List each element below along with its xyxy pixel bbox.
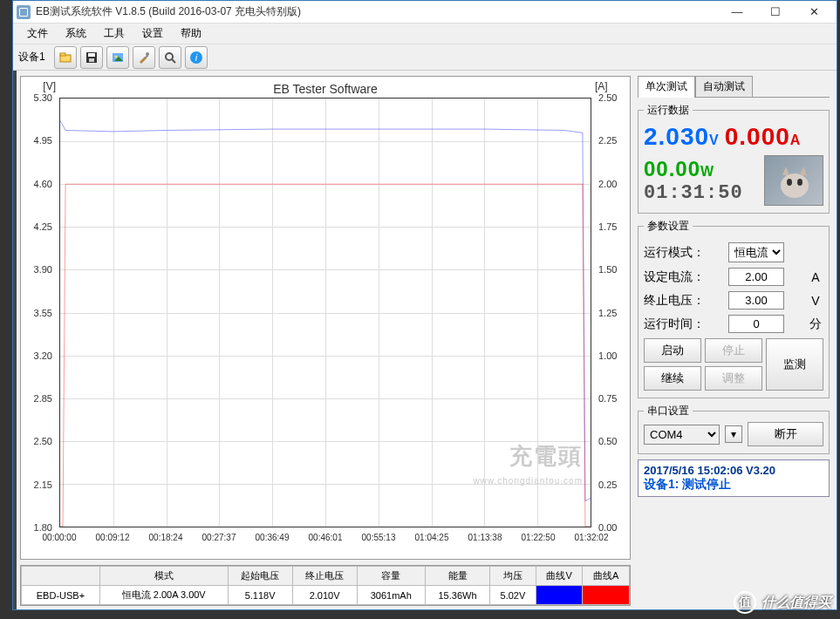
port-select[interactable]: COM4 [644, 425, 720, 445]
save-button[interactable] [80, 46, 103, 69]
info-button[interactable]: i [185, 46, 208, 69]
titlebar: EB测试系统软件 V1.8.5 (Build 2016-03-07 充电头特别版… [13, 1, 837, 24]
voltage-readout: 2.030V [644, 123, 720, 152]
serial-group: 串口设置 COM4 ▾ 断开 [638, 404, 830, 454]
svg-point-16 [797, 179, 802, 186]
table-header: 模式 [99, 567, 228, 586]
svg-rect-4 [89, 58, 94, 62]
stop-button[interactable]: 停止 [705, 338, 762, 363]
app-window: EB测试系统软件 V1.8.5 (Build 2016-03-07 充电头特别版… [12, 0, 837, 610]
table-cell: 恒电流 2.00A 3.00V [99, 586, 228, 605]
table-header: 均压 [490, 567, 536, 586]
cutoff-input[interactable] [728, 291, 784, 310]
serial-legend: 串口设置 [644, 404, 693, 418]
table-header: 容量 [357, 567, 425, 586]
set-current-unit: A [808, 270, 823, 284]
set-current-input[interactable] [728, 268, 784, 286]
set-current-label: 设定电流： [644, 269, 705, 285]
port-dropdown-button[interactable]: ▾ [725, 425, 742, 443]
table-cell: 2.010V [292, 586, 357, 605]
runtime-unit: 分 [808, 316, 823, 332]
runtime-label: 运行时间： [644, 316, 705, 332]
tab-single-test[interactable]: 单次测试 [638, 76, 695, 98]
results-table: 模式起始电压终止电压容量能量均压曲线V曲线A EBD-USB+恒电流 2.00A… [20, 565, 631, 606]
toolbar: 设备1 i [13, 44, 837, 71]
swatch-voltage [536, 586, 583, 605]
table-cell: 5.02V [490, 586, 536, 605]
tools-button[interactable] [133, 46, 155, 69]
status-box: 2017/5/16 15:02:06 V3.20 设备1: 测试停止 [638, 459, 830, 497]
y-axis-current: [A]0.000.250.500.751.001.251.501.752.002… [595, 98, 630, 527]
run-data-group: 运行数据 2.030V 0.000A 00.00W 01:31:50 [638, 103, 830, 214]
cutoff-label: 终止电压： [644, 293, 705, 309]
chart-title: EB Tester Software [21, 82, 630, 96]
mode-tabs: 单次测试 自动测试 [638, 76, 830, 98]
tab-auto-test[interactable]: 自动测试 [695, 76, 753, 98]
minimize-button[interactable]: — [718, 1, 756, 24]
svg-line-11 [172, 59, 175, 63]
maximize-button[interactable]: ☐ [756, 1, 795, 24]
menu-file[interactable]: 文件 [18, 24, 57, 43]
menu-settings[interactable]: 设置 [133, 24, 172, 43]
power-readout: 00.00W [644, 157, 761, 182]
table-header: 起始电压 [228, 567, 292, 586]
plot-area[interactable] [59, 98, 591, 527]
menu-system[interactable]: 系统 [57, 24, 95, 43]
menu-help[interactable]: 帮助 [172, 24, 210, 43]
svg-point-6 [114, 55, 117, 58]
window-title: EB测试系统软件 V1.8.5 (Build 2016-03-07 充电头特别版… [36, 4, 718, 19]
svg-rect-3 [88, 53, 95, 57]
table-cell: 5.118V [228, 586, 292, 605]
image-button[interactable] [106, 46, 129, 69]
table-header [22, 567, 100, 586]
svg-rect-1 [60, 53, 65, 56]
search-button[interactable] [159, 46, 181, 69]
param-group: 参数设置 运行模式： 恒电流 设定电流： A 终止电压： V 运行时 [638, 219, 830, 398]
disconnect-button[interactable]: 断开 [748, 422, 823, 446]
table-header: 曲线V [536, 567, 583, 586]
close-button[interactable]: ✕ [795, 1, 833, 24]
mode-label: 运行模式： [644, 245, 705, 261]
table-cell: EBD-USB+ [22, 586, 100, 605]
cutoff-unit: V [808, 294, 823, 308]
chart-area[interactable]: EB Tester SoftwareZKETECH[V]1.802.152.50… [20, 76, 631, 560]
current-readout: 0.000A [725, 123, 802, 152]
x-axis-time: 00:00:0000:09:1200:18:2400:27:3700:36:49… [59, 529, 591, 559]
monitor-button[interactable]: 监测 [766, 338, 823, 391]
table-cell: 15.36Wh [425, 586, 489, 605]
param-legend: 参数设置 [644, 219, 693, 234]
thumbnail-image [764, 155, 823, 206]
time-readout: 01:31:50 [644, 182, 761, 204]
runtime-input[interactable] [728, 315, 784, 333]
start-button[interactable]: 启动 [644, 338, 701, 363]
continue-button[interactable]: 继续 [644, 366, 701, 391]
table-cell: 3061mAh [357, 586, 425, 605]
svg-marker-18 [800, 167, 807, 175]
table-header: 能量 [425, 567, 489, 586]
status-timestamp: 2017/5/16 15:02:06 V3.20 [644, 464, 823, 477]
open-button[interactable] [54, 46, 77, 69]
swatch-current [583, 586, 630, 605]
device-label: 设备1 [18, 50, 45, 65]
svg-marker-17 [782, 167, 789, 175]
run-data-legend: 运行数据 [644, 103, 693, 118]
mode-select[interactable]: 恒电流 [728, 242, 784, 262]
app-icon [17, 5, 31, 19]
svg-point-14 [781, 173, 809, 198]
status-message: 设备1: 测试停止 [644, 477, 823, 493]
svg-point-15 [787, 179, 792, 186]
table-header: 曲线A [583, 567, 630, 586]
svg-point-10 [166, 53, 173, 60]
y-axis-voltage: [V]1.802.152.502.853.203.553.904.254.604… [21, 98, 56, 527]
table-header: 终止电压 [292, 567, 357, 586]
adjust-button[interactable]: 调整 [705, 366, 762, 391]
menu-tools[interactable]: 工具 [95, 24, 133, 43]
menubar: 文件 系统 工具 设置 帮助 [13, 24, 837, 44]
